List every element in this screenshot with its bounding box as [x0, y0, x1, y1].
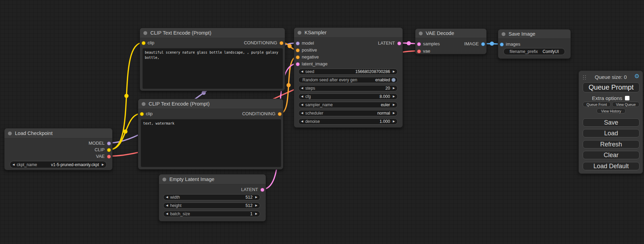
node-title-bar[interactable]: KSampler: [294, 28, 403, 38]
widget-width[interactable]: ◀ width 512 ▶: [163, 194, 260, 200]
collapse-dot-icon[interactable]: [142, 102, 145, 106]
collapse-dot-icon[interactable]: [298, 31, 301, 35]
input-slot-clip: clip: [138, 111, 153, 117]
wire-midpoint-cond-negative: [286, 83, 291, 87]
increment-arrow-icon[interactable]: ▶: [255, 196, 257, 199]
slot-label: latent_image: [302, 61, 327, 66]
widget-batch-size[interactable]: ◀ batch_size 1 ▶: [163, 211, 260, 217]
widget-scheduler[interactable]: ◀ scheduler normal ▶: [298, 110, 398, 116]
decrement-arrow-icon[interactable]: ◀: [301, 70, 303, 73]
decrement-arrow-icon[interactable]: ◀: [166, 213, 168, 215]
clear-button[interactable]: Clear: [583, 151, 639, 159]
node-graph-canvas[interactable]: Load Checkpoint MODEL CLIP VAE ◀ ckpt_na…: [0, 0, 644, 244]
extra-options-label: Extra options: [592, 95, 623, 101]
extra-options-checkbox[interactable]: [625, 96, 629, 100]
widget-cfg[interactable]: ◀ cfg 8.000 ▶: [298, 93, 398, 100]
vae-input-dot[interactable]: [417, 49, 421, 53]
latent-image-input-dot[interactable]: [296, 62, 300, 66]
decrement-arrow-icon[interactable]: ◀: [166, 196, 168, 199]
wire-midpoint-cond-positive: [288, 44, 292, 48]
widget-name: ckpt_name: [17, 162, 37, 167]
increment-arrow-icon[interactable]: ▶: [393, 87, 395, 90]
increment-arrow-icon[interactable]: ▶: [393, 120, 395, 123]
negative-input-dot[interactable]: [296, 55, 300, 59]
latent-output-dot[interactable]: [397, 42, 401, 45]
slot-label: CLIP: [95, 147, 105, 152]
image-output-dot[interactable]: [481, 42, 485, 46]
load-default-button[interactable]: Load Default: [583, 162, 639, 170]
node-title-bar[interactable]: CLIP Text Encode (Prompt): [138, 99, 283, 109]
widget-ckpt-name[interactable]: ◀ ckpt_name v1-5-pruned-emaonly.ckpt ▶: [10, 161, 107, 168]
clip-input-dot[interactable]: [140, 112, 144, 116]
decrement-arrow-icon[interactable]: ◀: [301, 120, 303, 123]
increment-arrow-icon[interactable]: ▶: [393, 95, 395, 98]
decrement-arrow-icon[interactable]: ◀: [301, 112, 303, 115]
decrement-arrow-icon[interactable]: ◀: [12, 163, 15, 166]
node-title-bar[interactable]: Save Image: [498, 29, 571, 39]
increment-arrow-icon[interactable]: ▶: [102, 163, 104, 166]
model-input-dot[interactable]: [296, 42, 300, 45]
view-queue-button[interactable]: View Queue: [612, 102, 639, 107]
node-empty-latent-image[interactable]: Empty Latent Image LATENT ◀ width 512 ▶ …: [159, 174, 266, 222]
increment-arrow-icon[interactable]: ▶: [393, 103, 395, 106]
vae-output-dot[interactable]: [107, 155, 111, 159]
collapse-dot-icon[interactable]: [502, 32, 505, 36]
widget-filename-prefix[interactable]: filename_prefix ComfyUI: [503, 48, 565, 55]
view-history-button[interactable]: View History: [597, 108, 626, 114]
widget-value: 512: [182, 203, 253, 208]
widget-seed[interactable]: ◀ seed 156680208700286 ▶: [298, 69, 398, 75]
node-load-checkpoint[interactable]: Load Checkpoint MODEL CLIP VAE ◀ ckpt_na…: [4, 128, 113, 170]
node-title-bar[interactable]: CLIP Text Encode (Prompt): [140, 28, 285, 38]
positive-prompt-textarea[interactable]: beautiful scenery nature glass bottle la…: [142, 48, 283, 89]
collapse-dot-icon[interactable]: [419, 31, 423, 35]
node-title-bar[interactable]: Empty Latent Image: [159, 174, 266, 184]
collapse-dot-icon[interactable]: [162, 178, 166, 181]
widget-height[interactable]: ◀ height 512 ▶: [163, 202, 260, 209]
node-vae-decode[interactable]: VAE Decode samples vae IMAGE: [415, 28, 487, 54]
slot-label: clip: [146, 111, 153, 116]
collapse-dot-icon[interactable]: [8, 132, 12, 135]
node-title-bar[interactable]: VAE Decode: [415, 29, 486, 38]
gear-icon[interactable]: ⚙: [634, 73, 639, 79]
decrement-arrow-icon[interactable]: ◀: [301, 87, 303, 90]
conditioning-output-dot[interactable]: [280, 41, 283, 45]
input-slot-positive: positive: [294, 47, 317, 53]
node-clip-text-encode-negative[interactable]: CLIP Text Encode (Prompt) clip CONDITION…: [138, 99, 283, 170]
widget-steps[interactable]: ◀ steps 20 ▶: [298, 85, 398, 91]
node-title: VAE Decode: [426, 30, 454, 36]
queue-prompt-button[interactable]: Queue Prompt: [583, 82, 639, 92]
model-output-dot[interactable]: [107, 142, 111, 145]
widget-value: 8.000: [311, 94, 390, 99]
conditioning-output-dot[interactable]: [278, 112, 282, 116]
load-button[interactable]: Load: [583, 129, 639, 137]
widget-value: 20: [315, 86, 390, 91]
clip-output-dot[interactable]: [107, 148, 111, 152]
latent-output-dot[interactable]: [261, 188, 264, 192]
increment-arrow-icon[interactable]: ▶: [393, 70, 395, 73]
save-button[interactable]: Save: [583, 118, 639, 127]
positive-input-dot[interactable]: [296, 48, 300, 52]
widget-denoise[interactable]: ◀ denoise 1.000 ▶: [298, 118, 398, 125]
output-slot-latent: LATENT: [241, 187, 266, 193]
increment-arrow-icon[interactable]: ▶: [255, 213, 257, 215]
clip-input-dot[interactable]: [142, 41, 145, 45]
node-title-bar[interactable]: Load Checkpoint: [5, 128, 112, 138]
increment-arrow-icon[interactable]: ▶: [393, 112, 395, 115]
decrement-arrow-icon[interactable]: ◀: [301, 103, 303, 106]
refresh-button[interactable]: Refresh: [583, 140, 639, 148]
decrement-arrow-icon[interactable]: ◀: [301, 95, 303, 98]
node-ksampler[interactable]: KSampler model positive negative latent_…: [294, 27, 403, 128]
queue-front-button[interactable]: Queue Front: [583, 102, 611, 107]
negative-prompt-textarea[interactable]: text, watermark: [141, 119, 281, 167]
node-save-image[interactable]: Save Image images filename_prefix ComfyU…: [498, 29, 571, 59]
decrement-arrow-icon[interactable]: ◀: [166, 204, 168, 207]
images-input-dot[interactable]: [500, 43, 504, 46]
collapse-dot-icon[interactable]: [143, 31, 147, 35]
widget-value: ComfyUI: [538, 49, 559, 54]
widget-sampler-name[interactable]: ◀ sampler_name euler ▶: [298, 102, 398, 108]
increment-arrow-icon[interactable]: ▶: [255, 204, 257, 207]
toggle-enabled-icon[interactable]: [391, 78, 396, 82]
widget-random-seed-toggle[interactable]: Random seed after every gen enabled: [298, 77, 398, 83]
node-clip-text-encode-positive[interactable]: CLIP Text Encode (Prompt) clip CONDITION…: [140, 28, 285, 91]
samples-input-dot[interactable]: [417, 42, 421, 46]
